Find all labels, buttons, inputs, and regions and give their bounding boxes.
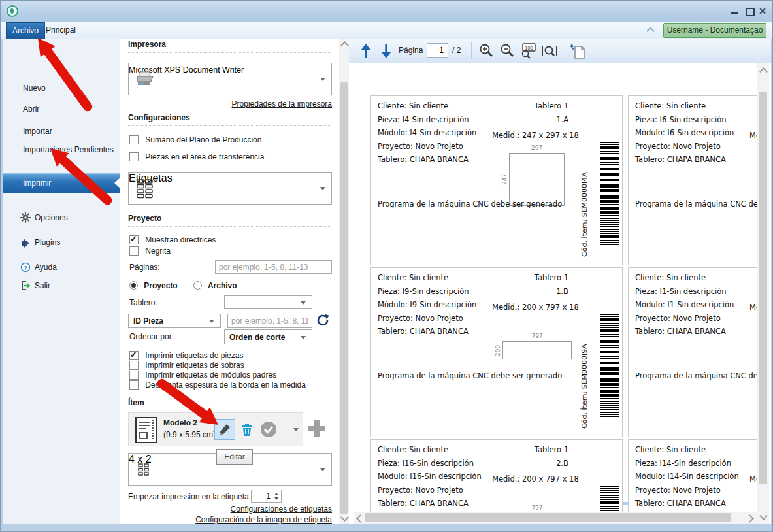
collapse-ribbon-icon[interactable] [648,27,655,32]
sidebar-item-abrir[interactable]: Abrir [3,101,120,117]
sidebar-item-nuevo[interactable]: Nuevo [3,80,120,96]
checkbox-icon[interactable] [129,152,139,161]
checkbox-muestran-directrices[interactable]: Muestran directrices [129,235,216,245]
panel-scrollbar[interactable] [339,39,349,524]
scroll-down-icon[interactable] [340,513,349,522]
checkbox-icon[interactable] [129,246,139,256]
tab-principal[interactable]: Principal [40,22,82,39]
card-field: Módulo: I4-Sin descripción [378,128,476,137]
id-pieza-select[interactable]: ID Pieza [128,314,221,328]
fit-width-button[interactable] [541,43,557,59]
labels-grid-icon [137,179,154,201]
checkbox-icon[interactable] [129,235,139,244]
scrollbar-thumb[interactable] [340,82,348,514]
barcode [600,486,619,512]
chevron-down-icon[interactable] [209,320,214,323]
checkbox-icon[interactable] [129,361,139,370]
ordenar-select[interactable]: Orden de corte [224,329,312,344]
checkbox-icon[interactable] [129,371,139,380]
sidebar-item-salir[interactable]: Salir [3,278,120,293]
scroll-down-icon[interactable] [759,512,768,520]
radio-archivo[interactable]: Archivo [193,280,237,291]
sidebar-item-importaciones-pendientes[interactable]: Importaciones Pendientes [3,142,120,158]
card-dimensions: Medid.: 200 x 797 x 18 [492,474,579,484]
page-down-button[interactable] [380,43,395,59]
scroll-up-icon[interactable] [340,41,349,50]
checkbox-descuenta-espesura[interactable]: Descuenta espesura de la borda en la med… [129,380,306,390]
config-etiquetas-link[interactable]: Configuraciones de etiquetas [231,505,332,514]
card-field: Proyecto: Novo Projeto [635,314,721,323]
sidebar-item-label: Opciones [35,213,68,222]
grid-4x2-icon [138,463,150,479]
chevron-down-icon[interactable] [320,78,325,81]
delete-button[interactable] [237,419,257,440]
tab-archivo[interactable]: Archivo [6,22,45,39]
pagina-label: Página [399,46,423,55]
chevron-down-icon[interactable] [320,468,325,471]
sidebar-item-plugins[interactable]: Plugins [3,235,120,250]
zoom-in-button[interactable] [478,43,494,59]
spinner-up-icon[interactable] [273,491,280,496]
plus-icon [307,419,327,439]
chevron-down-icon[interactable] [301,336,306,339]
user-badge[interactable]: Username - Documentação [663,23,766,38]
printer-select[interactable]: Microsoft XPS Document Writer [128,63,332,95]
scroll-right-icon[interactable] [746,514,754,523]
sidebar-item-importar[interactable]: Importar [3,124,120,139]
config-imagen-link[interactable]: Configuración de la imagen de etiqueta [195,515,332,524]
radio-icon[interactable] [193,281,202,290]
preview-vscrollbar[interactable] [757,63,769,524]
checkbox-negrita[interactable]: Negrita [129,246,171,256]
checkbox-transferencia[interactable]: Piezas en el área de transferencia [129,152,264,162]
scrollbar-thumb[interactable] [759,92,767,484]
zoom-100-button[interactable]: 100 [520,43,536,59]
etiquetas-select[interactable]: Etiquetas [128,172,332,205]
tablero-select[interactable] [224,295,312,309]
checkbox-icon[interactable] [129,135,139,144]
ordenar-value: Orden de corte [229,333,285,342]
close-button[interactable]: ✕ [757,7,768,16]
checkbox-icon[interactable] [129,380,139,390]
piece-width-label: 797 [502,333,572,339]
title-bar: ✕ [1,1,772,22]
page-setup-button[interactable] [569,43,585,59]
start-label-spinner[interactable]: 1 [251,490,282,503]
sidebar-item-opciones[interactable]: Opciones [3,210,120,225]
card-field: Cliente: Sin cliente [635,445,706,454]
minimize-button[interactable] [730,7,740,16]
printer-properties-link[interactable]: Propiedades de la impresora [232,99,332,108]
card-field: Tablero: CHAPA BRANCA [378,499,469,508]
chevron-down-icon[interactable] [320,187,325,190]
checkbox-imprimir-piezas[interactable]: Imprimir etiquetas de piezas [129,350,243,361]
scrollbar-thumb[interactable] [365,513,731,522]
card-field: Módulo: I14-Sin descripción [635,472,739,481]
checkbox-imprimir-sobras[interactable]: Imprimir etiquetas de sobras [129,360,244,371]
section-header-item: Ítem [128,398,144,407]
page-number-input[interactable] [427,43,448,58]
scroll-left-icon[interactable] [356,514,365,523]
scroll-up-icon[interactable] [759,67,768,76]
spinner-down-icon[interactable] [273,496,280,501]
sidebar-item-ayuda[interactable]: ? Ayuda [3,259,120,275]
edit-button[interactable] [214,419,235,440]
preview-hscrollbar[interactable] [354,512,757,524]
refresh-icon[interactable] [316,313,330,330]
paginas-input[interactable] [215,260,332,274]
sidebar-item-imprimir[interactable]: Imprimir [3,173,120,193]
maximize-button[interactable] [744,7,755,16]
card-field: Pieza: I1-Sin descripción [635,287,727,296]
chevron-down-icon[interactable] [301,301,306,305]
checkbox-imprimir-modulos[interactable]: Imprimir etiquetas de módulos padres [129,370,276,380]
chevron-down-icon[interactable] [293,428,299,431]
checkbox-sumario[interactable]: Sumario del Plano de Producción [129,135,261,145]
page-up-button[interactable] [359,43,375,59]
id-pieza-filter-input[interactable] [227,314,312,328]
radio-icon[interactable] [129,281,138,290]
empezar-label: Empezar impression en la etiqueta: [128,492,251,501]
zoom-out-button[interactable] [499,43,515,59]
add-item-button[interactable] [307,419,327,441]
confirm-button[interactable] [258,419,279,440]
checkbox-icon[interactable] [129,351,139,360]
preview-toolbar: Página / 2 100 [349,39,771,63]
radio-proyecto[interactable]: Proyecto [129,280,178,291]
